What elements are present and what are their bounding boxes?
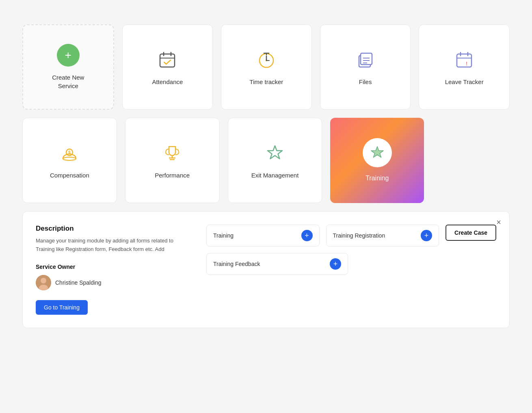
leave-tracker-label: Leave Tracker bbox=[445, 78, 484, 86]
performance-label: Performance bbox=[155, 171, 190, 179]
create-case-button[interactable]: Create Case bbox=[445, 225, 496, 241]
training-icon-circle bbox=[363, 138, 392, 167]
files-label: Files bbox=[359, 78, 372, 86]
compensation-label: Compensation bbox=[50, 171, 89, 179]
detail-left: Description Manage your training module … bbox=[36, 225, 190, 315]
svg-point-20 bbox=[63, 157, 76, 160]
detail-right: Training + Training Registration + Creat… bbox=[206, 225, 496, 315]
svg-marker-27 bbox=[371, 147, 383, 158]
close-button[interactable]: × bbox=[496, 218, 501, 226]
main-container: + Create New Service Attendance bbox=[22, 24, 510, 328]
files-card[interactable]: Files bbox=[320, 24, 411, 110]
attendance-icon bbox=[156, 48, 179, 71]
training-feedback-form-label: Training Feedback bbox=[213, 261, 325, 267]
plus-icon: + bbox=[57, 44, 80, 67]
attendance-label: Attendance bbox=[152, 78, 183, 86]
training-registration-form-item: Training Registration + bbox=[326, 225, 439, 247]
performance-card[interactable]: Performance bbox=[125, 118, 220, 203]
svg-rect-15 bbox=[457, 54, 471, 67]
star-outline-icon bbox=[264, 142, 286, 164]
description-text: Manage your training module by adding al… bbox=[36, 237, 190, 254]
attendance-card[interactable]: Attendance bbox=[122, 24, 213, 110]
training-feedback-form-item: Training Feedback + bbox=[206, 253, 348, 275]
owner-row: Christine Spalding bbox=[36, 275, 190, 290]
svg-point-29 bbox=[41, 278, 46, 283]
compensation-card[interactable]: $ Compensation bbox=[22, 118, 117, 203]
training-registration-form-label: Training Registration bbox=[333, 232, 416, 239]
owner-name: Christine Spalding bbox=[55, 279, 102, 286]
create-new-label: Create New Service bbox=[52, 73, 84, 90]
leave-tracker-icon: ! bbox=[453, 48, 476, 71]
detail-inner: Description Manage your training module … bbox=[36, 225, 496, 315]
svg-text:!: ! bbox=[466, 61, 467, 67]
svg-marker-26 bbox=[268, 146, 282, 159]
training-form-label: Training bbox=[213, 232, 296, 239]
exit-management-card[interactable]: Exit Management bbox=[228, 118, 322, 203]
training-card[interactable]: Training bbox=[330, 118, 424, 203]
detail-panel: × Description Manage your training modul… bbox=[22, 211, 510, 328]
training-feedback-add-button[interactable]: + bbox=[330, 258, 341, 270]
goto-training-button[interactable]: Go to Training bbox=[36, 300, 88, 315]
service-grid-row-1: + Create New Service Attendance bbox=[22, 24, 510, 110]
svg-rect-0 bbox=[160, 54, 175, 67]
owner-label: Service Owner bbox=[36, 264, 190, 270]
svg-text:$: $ bbox=[68, 150, 71, 155]
exit-management-label: Exit Management bbox=[251, 171, 299, 179]
owner-avatar bbox=[36, 275, 51, 290]
trophy-icon bbox=[161, 142, 184, 164]
training-label: Training bbox=[365, 174, 389, 183]
training-registration-add-button[interactable]: + bbox=[421, 230, 432, 241]
time-tracker-card[interactable]: Time tracker bbox=[221, 24, 312, 110]
training-form-item: Training + bbox=[206, 225, 320, 247]
compensation-icon: $ bbox=[58, 142, 81, 164]
files-icon bbox=[354, 48, 377, 71]
create-new-service-card[interactable]: + Create New Service bbox=[22, 24, 114, 110]
time-tracker-label: Time tracker bbox=[250, 78, 283, 86]
training-form-add-button[interactable]: + bbox=[301, 230, 313, 241]
leave-tracker-card[interactable]: ! Leave Tracker bbox=[419, 24, 510, 110]
service-grid-row-2: $ Compensation Performance bbox=[22, 118, 510, 203]
description-title: Description bbox=[36, 225, 190, 233]
clock-icon bbox=[255, 48, 278, 71]
